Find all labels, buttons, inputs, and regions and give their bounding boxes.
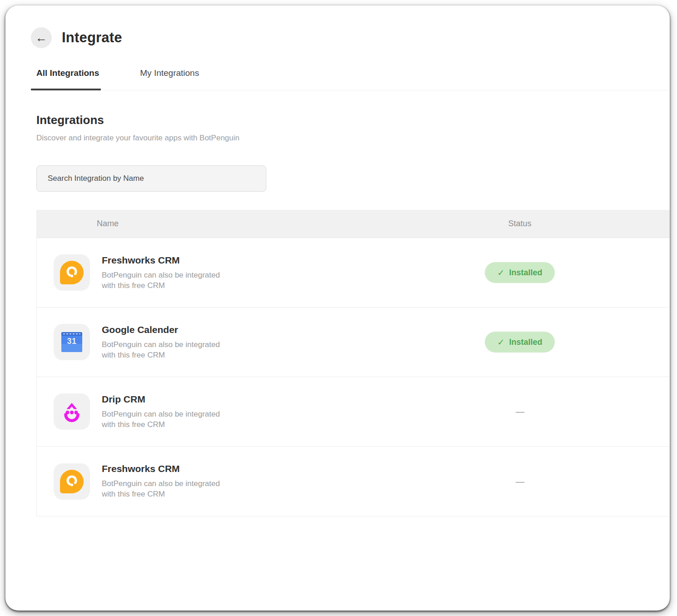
table-row-freshworks-crm[interactable]: Freshworks CRM BotPenguin can also be in… bbox=[37, 447, 670, 516]
table-row-drip-crm[interactable]: Drip CRM BotPenguin can also be integrat… bbox=[37, 377, 670, 447]
integration-description: BotPenguin can also be integrated with t… bbox=[102, 339, 224, 360]
search-integration-input[interactable] bbox=[36, 165, 266, 192]
integration-name: Drip CRM bbox=[102, 394, 224, 405]
check-icon: ✓ bbox=[498, 268, 505, 278]
check-icon: ✓ bbox=[498, 337, 505, 348]
tab-my-integrations[interactable]: My Integrations bbox=[134, 68, 201, 90]
status-not-installed-dash: — bbox=[516, 407, 524, 417]
integration-name: Freshworks CRM bbox=[102, 255, 224, 266]
tab-all-integrations[interactable]: All Integrations bbox=[31, 68, 101, 90]
integrations-table: Name Status Freshworks CRM Bot bbox=[36, 210, 670, 517]
integrations-card: ← Integrate All Integrations My Integrat… bbox=[5, 5, 670, 611]
integration-name: Google Calender bbox=[102, 324, 224, 335]
integration-description: BotPenguin can also be integrated with t… bbox=[102, 270, 224, 291]
integration-name: Freshworks CRM bbox=[102, 463, 224, 474]
drip-icon bbox=[54, 393, 90, 430]
status-badge-installed: ✓ Installed bbox=[485, 332, 555, 353]
column-header-name: Name bbox=[37, 219, 370, 229]
integration-description: BotPenguin can also be integrated with t… bbox=[102, 409, 224, 430]
tab-bar: All Integrations My Integrations bbox=[31, 68, 670, 90]
table-row-freshworks-crm[interactable]: Freshworks CRM BotPenguin can also be in… bbox=[37, 238, 670, 308]
table-row-google-calender[interactable]: 31 Google Calender BotPenguin can also b… bbox=[37, 308, 670, 377]
back-button[interactable]: ← bbox=[31, 27, 52, 48]
status-not-installed-dash: — bbox=[516, 477, 524, 487]
section-subtitle: Discover and integrate your favourite ap… bbox=[36, 134, 670, 143]
column-header-status: Status bbox=[508, 219, 531, 229]
freshworks-icon bbox=[54, 254, 90, 291]
status-badge-installed: ✓ Installed bbox=[485, 262, 555, 283]
integration-description: BotPenguin can also be integrated with t… bbox=[102, 478, 224, 499]
page-header: ← Integrate bbox=[31, 27, 670, 48]
section-title: Integrations bbox=[36, 113, 670, 127]
table-header: Name Status bbox=[37, 210, 670, 238]
freshworks-icon bbox=[54, 463, 90, 500]
arrow-left-icon: ← bbox=[35, 32, 47, 44]
page-title: Integrate bbox=[62, 30, 122, 46]
google-calendar-icon: 31 bbox=[54, 324, 90, 360]
